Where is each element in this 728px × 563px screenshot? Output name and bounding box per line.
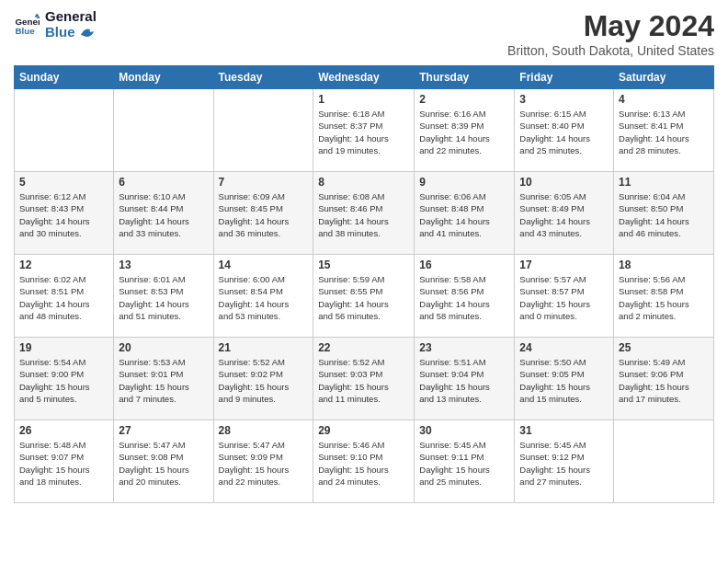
day-number: 1 — [318, 93, 409, 106]
calendar-cell: 16Sunrise: 5:58 AM Sunset: 8:56 PM Dayli… — [415, 255, 515, 338]
calendar-cell: 26Sunrise: 5:48 AM Sunset: 9:07 PM Dayli… — [15, 420, 114, 503]
day-number: 28 — [219, 424, 309, 437]
day-number: 20 — [119, 341, 208, 354]
calendar-cell: 3Sunrise: 6:15 AM Sunset: 8:40 PM Daylig… — [515, 89, 614, 172]
day-info: Sunrise: 6:04 AM Sunset: 8:50 PM Dayligh… — [619, 190, 709, 239]
day-number: 11 — [619, 176, 709, 189]
day-number: 10 — [519, 176, 609, 189]
header-wednesday: Wednesday — [313, 66, 415, 89]
day-info: Sunrise: 6:06 AM Sunset: 8:48 PM Dayligh… — [419, 190, 509, 239]
day-info: Sunrise: 6:01 AM Sunset: 8:53 PM Dayligh… — [119, 273, 208, 322]
logo-blue: Blue — [45, 25, 97, 40]
day-number: 16 — [419, 259, 509, 271]
header-friday: Friday — [515, 66, 614, 89]
day-number: 31 — [519, 424, 609, 437]
calendar-cell: 31Sunrise: 5:45 AM Sunset: 9:12 PM Dayli… — [515, 420, 614, 503]
day-number: 4 — [619, 93, 709, 106]
day-info: Sunrise: 5:45 AM Sunset: 9:11 PM Dayligh… — [419, 439, 509, 488]
day-info: Sunrise: 6:15 AM Sunset: 8:40 PM Dayligh… — [519, 108, 609, 156]
calendar-cell: 11Sunrise: 6:04 AM Sunset: 8:50 PM Dayli… — [614, 172, 714, 255]
day-info: Sunrise: 5:50 AM Sunset: 9:05 PM Dayligh… — [519, 356, 609, 405]
calendar-cell: 20Sunrise: 5:53 AM Sunset: 9:01 PM Dayli… — [114, 338, 213, 420]
day-info: Sunrise: 6:10 AM Sunset: 8:44 PM Dayligh… — [119, 190, 208, 239]
calendar-cell — [114, 89, 213, 172]
day-number: 14 — [219, 259, 309, 271]
calendar-cell: 6Sunrise: 6:10 AM Sunset: 8:44 PM Daylig… — [114, 172, 213, 255]
day-info: Sunrise: 6:05 AM Sunset: 8:49 PM Dayligh… — [519, 190, 609, 239]
day-info: Sunrise: 5:53 AM Sunset: 9:01 PM Dayligh… — [119, 356, 208, 405]
calendar-page: General Blue General Blue May 2024 Britt… — [0, 0, 728, 563]
calendar-cell: 7Sunrise: 6:09 AM Sunset: 8:45 PM Daylig… — [213, 172, 313, 255]
day-number: 8 — [318, 176, 409, 189]
svg-marker-2 — [34, 13, 40, 17]
day-info: Sunrise: 6:08 AM Sunset: 8:46 PM Dayligh… — [318, 190, 409, 239]
day-number: 2 — [419, 93, 509, 106]
day-info: Sunrise: 6:09 AM Sunset: 8:45 PM Dayligh… — [219, 190, 309, 239]
day-info: Sunrise: 5:47 AM Sunset: 9:08 PM Dayligh… — [119, 439, 208, 488]
header-monday: Monday — [114, 66, 213, 89]
day-number: 24 — [519, 341, 609, 354]
calendar-cell: 13Sunrise: 6:01 AM Sunset: 8:53 PM Dayli… — [114, 255, 213, 338]
day-number: 13 — [119, 259, 208, 271]
logo-icon: General Blue — [14, 12, 40, 38]
svg-text:Blue: Blue — [15, 25, 35, 35]
day-number: 23 — [419, 341, 509, 354]
day-info: Sunrise: 6:00 AM Sunset: 8:54 PM Dayligh… — [219, 273, 309, 322]
day-info: Sunrise: 6:12 AM Sunset: 8:43 PM Dayligh… — [19, 190, 108, 239]
day-info: Sunrise: 6:02 AM Sunset: 8:51 PM Dayligh… — [19, 273, 108, 322]
day-info: Sunrise: 5:52 AM Sunset: 9:03 PM Dayligh… — [318, 356, 409, 405]
header-saturday: Saturday — [614, 66, 714, 89]
header-thursday: Thursday — [415, 66, 515, 89]
day-info: Sunrise: 5:52 AM Sunset: 9:02 PM Dayligh… — [219, 356, 309, 405]
day-number: 9 — [419, 176, 509, 189]
calendar-cell: 25Sunrise: 5:49 AM Sunset: 9:06 PM Dayli… — [614, 338, 714, 420]
calendar-week-row-2: 5Sunrise: 6:12 AM Sunset: 8:43 PM Daylig… — [15, 172, 714, 255]
day-number: 5 — [19, 176, 108, 189]
logo: General Blue General Blue — [14, 9, 97, 40]
calendar-cell — [614, 420, 714, 503]
calendar-cell: 14Sunrise: 6:00 AM Sunset: 8:54 PM Dayli… — [213, 255, 313, 338]
logo-bird-icon — [81, 28, 96, 39]
day-info: Sunrise: 6:18 AM Sunset: 8:37 PM Dayligh… — [318, 108, 409, 156]
calendar-table: Sunday Monday Tuesday Wednesday Thursday… — [14, 65, 714, 503]
calendar-cell — [213, 89, 313, 172]
calendar-cell: 2Sunrise: 6:16 AM Sunset: 8:39 PM Daylig… — [415, 89, 515, 172]
title-block: May 2024 Britton, South Dakota, United S… — [507, 9, 714, 58]
month-year-title: May 2024 — [507, 9, 714, 43]
calendar-cell: 24Sunrise: 5:50 AM Sunset: 9:05 PM Dayli… — [515, 338, 614, 420]
calendar-cell: 10Sunrise: 6:05 AM Sunset: 8:49 PM Dayli… — [515, 172, 614, 255]
day-info: Sunrise: 6:16 AM Sunset: 8:39 PM Dayligh… — [419, 108, 509, 156]
calendar-week-row-4: 19Sunrise: 5:54 AM Sunset: 9:00 PM Dayli… — [15, 338, 714, 420]
day-info: Sunrise: 5:49 AM Sunset: 9:06 PM Dayligh… — [619, 356, 709, 405]
day-number: 21 — [219, 341, 309, 354]
days-header-row: Sunday Monday Tuesday Wednesday Thursday… — [15, 66, 714, 89]
day-info: Sunrise: 5:51 AM Sunset: 9:04 PM Dayligh… — [419, 356, 509, 405]
day-number: 18 — [619, 259, 709, 271]
calendar-week-row-5: 26Sunrise: 5:48 AM Sunset: 9:07 PM Dayli… — [15, 420, 714, 503]
logo-general: General — [45, 9, 97, 25]
day-number: 19 — [19, 341, 108, 354]
calendar-cell: 1Sunrise: 6:18 AM Sunset: 8:37 PM Daylig… — [313, 89, 415, 172]
calendar-cell: 19Sunrise: 5:54 AM Sunset: 9:00 PM Dayli… — [15, 338, 114, 420]
day-info: Sunrise: 6:13 AM Sunset: 8:41 PM Dayligh… — [619, 108, 709, 156]
location-subtitle: Britton, South Dakota, United States — [507, 43, 714, 58]
day-info: Sunrise: 5:47 AM Sunset: 9:09 PM Dayligh… — [219, 439, 309, 488]
day-info: Sunrise: 5:57 AM Sunset: 8:57 PM Dayligh… — [519, 273, 609, 322]
calendar-week-row-3: 12Sunrise: 6:02 AM Sunset: 8:51 PM Dayli… — [15, 255, 714, 338]
calendar-cell: 30Sunrise: 5:45 AM Sunset: 9:11 PM Dayli… — [415, 420, 515, 503]
header: General Blue General Blue May 2024 Britt… — [14, 9, 714, 58]
calendar-cell: 8Sunrise: 6:08 AM Sunset: 8:46 PM Daylig… — [313, 172, 415, 255]
calendar-cell: 9Sunrise: 6:06 AM Sunset: 8:48 PM Daylig… — [415, 172, 515, 255]
day-number: 15 — [318, 259, 409, 271]
day-number: 25 — [619, 341, 709, 354]
calendar-cell: 22Sunrise: 5:52 AM Sunset: 9:03 PM Dayli… — [313, 338, 415, 420]
calendar-cell: 21Sunrise: 5:52 AM Sunset: 9:02 PM Dayli… — [213, 338, 313, 420]
calendar-cell — [15, 89, 114, 172]
day-info: Sunrise: 5:46 AM Sunset: 9:10 PM Dayligh… — [318, 439, 409, 488]
calendar-cell: 18Sunrise: 5:56 AM Sunset: 8:58 PM Dayli… — [614, 255, 714, 338]
day-number: 27 — [119, 424, 208, 437]
day-number: 29 — [318, 424, 409, 437]
day-number: 3 — [519, 93, 609, 106]
day-number: 6 — [119, 176, 208, 189]
calendar-cell: 23Sunrise: 5:51 AM Sunset: 9:04 PM Dayli… — [415, 338, 515, 420]
